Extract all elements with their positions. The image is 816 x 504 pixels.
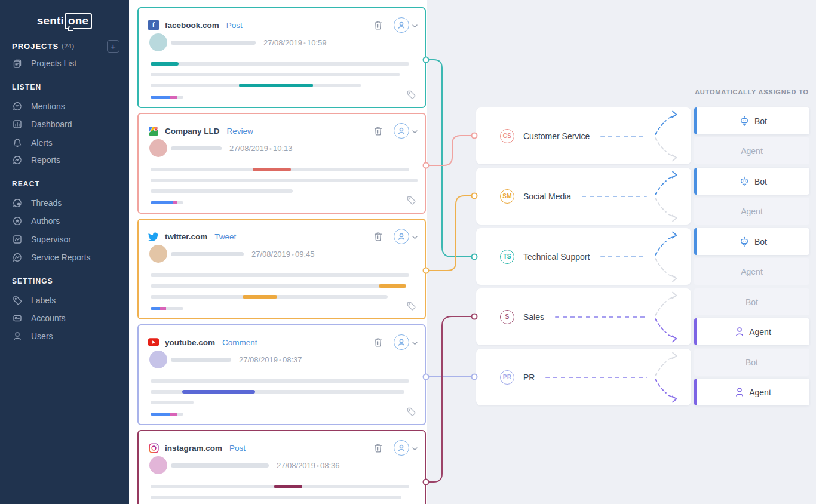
- mention-card-twitter: twitter.com Tweet 27/08/2019•09:45: [137, 219, 426, 319]
- assign-user-icon[interactable]: [394, 440, 409, 456]
- assignment-option-bot[interactable]: Bot: [694, 228, 809, 255]
- sidebar-item-dashboard[interactable]: Dashboard: [0, 117, 129, 131]
- add-project-button[interactable]: +: [107, 40, 119, 53]
- option-label: Bot: [746, 358, 758, 367]
- sentiment-bar: [151, 201, 183, 204]
- assignment-option-bot[interactable]: Bot: [694, 168, 809, 195]
- assignment-option-agent[interactable]: Agent: [694, 318, 809, 345]
- chevron-down-icon[interactable]: [412, 125, 418, 136]
- sidebar-item-label: Accounts: [31, 314, 66, 323]
- source-name: Company LLD: [165, 127, 220, 136]
- google-maps-icon: [148, 125, 159, 136]
- text-placeholder: [151, 62, 409, 66]
- assignment-option-bot[interactable]: Bot: [694, 107, 809, 134]
- trash-icon[interactable]: [373, 126, 383, 136]
- sidebar-item-label: Labels: [31, 296, 56, 305]
- sidebar-item-mentions[interactable]: Mentions: [0, 99, 129, 113]
- category-card-technical-support[interactable]: TS Technical Support: [476, 228, 691, 285]
- mention-timestamp: 27/08/2019•09:45: [251, 250, 314, 259]
- assigned-to-header: AUTOMATICALLY ASSIGNED TO: [694, 88, 809, 96]
- sidebar-item-alerts[interactable]: Alerts: [0, 136, 129, 150]
- projects-label: PROJECTS: [12, 42, 59, 51]
- mention-card-instagram: instagram.com Post 27/08/2019•08:36: [137, 430, 426, 504]
- sidebar-item-accounts[interactable]: Accounts: [0, 311, 129, 325]
- author-placeholder: [171, 41, 256, 45]
- category-card-pr[interactable]: PR PR: [476, 349, 691, 405]
- routing-dashed-line: [555, 316, 647, 318]
- option-label: Agent: [749, 327, 771, 337]
- agent-icon: [735, 387, 744, 397]
- trash-icon[interactable]: [373, 20, 383, 30]
- routing-dashed-line: [582, 196, 647, 197]
- text-placeholder: [151, 284, 406, 288]
- trash-icon[interactable]: [373, 337, 383, 348]
- facebook-icon: f: [148, 20, 159, 30]
- text-placeholder: [151, 295, 388, 299]
- sidebar-item-supervisor[interactable]: Supervisor: [0, 232, 129, 247]
- assign-user-icon[interactable]: [394, 123, 409, 139]
- sidebar-item-reports[interactable]: Reports: [0, 153, 129, 167]
- tag-icon[interactable]: [406, 195, 416, 208]
- mentions-icon: [12, 101, 23, 112]
- tag-icon[interactable]: [406, 407, 416, 419]
- sentiment-bar: [151, 307, 183, 310]
- sidebar-item-threads[interactable]: Threads: [0, 196, 129, 210]
- assignment-option-bot[interactable]: Bot: [694, 349, 809, 376]
- authors-icon: [12, 216, 23, 226]
- chevron-down-icon[interactable]: [412, 337, 418, 348]
- mention-timestamp: 27/08/2019•10:59: [263, 38, 326, 47]
- assign-user-icon[interactable]: [394, 334, 409, 350]
- sidebar-item-authors[interactable]: Authors: [0, 214, 129, 228]
- sidebar-item-service-reports[interactable]: Service Reports: [0, 250, 129, 265]
- trash-icon[interactable]: [373, 232, 383, 242]
- projects-list-icon: [12, 58, 23, 69]
- tag-icon[interactable]: [406, 90, 416, 102]
- sidebar-item-label: Users: [31, 331, 53, 341]
- sidebar-item-users[interactable]: Users: [0, 329, 129, 343]
- avatar: [149, 139, 167, 157]
- category-badge: PR: [500, 370, 514, 385]
- sidebar-item-label: Supervisor: [31, 235, 71, 244]
- avatar: [149, 33, 167, 51]
- chevron-down-icon[interactable]: [412, 20, 418, 30]
- sentione-logo: sentione: [0, 13, 129, 29]
- mention-card-youtube: youtube.com Comment 27/08/2019•08:37: [137, 324, 426, 425]
- assignment-option-agent[interactable]: Agent: [694, 258, 809, 285]
- mention-type-link[interactable]: Post: [226, 21, 243, 30]
- mention-type-link[interactable]: Tweet: [214, 232, 236, 241]
- chevron-down-icon[interactable]: [412, 442, 418, 453]
- sidebar: sentione PROJECTS (24) + Projects List L…: [0, 0, 129, 504]
- tag-icon[interactable]: [406, 301, 416, 314]
- sidebar-item-label: Dashboard: [31, 119, 72, 129]
- assignment-option-agent[interactable]: Agent: [694, 137, 809, 164]
- sidebar-item-labels[interactable]: Labels: [0, 293, 129, 308]
- mention-timestamp: 27/08/2019•08:37: [239, 355, 302, 364]
- category-label: Sales: [523, 312, 544, 322]
- sidebar-item-label: Service Reports: [31, 253, 91, 262]
- option-label: Bot: [754, 237, 767, 247]
- category-card-social-media[interactable]: SM Social Media: [476, 168, 691, 225]
- category-card-sales[interactable]: S Sales: [476, 288, 691, 345]
- assign-user-icon[interactable]: [394, 229, 409, 244]
- trash-icon[interactable]: [373, 443, 383, 453]
- mention-type-link[interactable]: Comment: [222, 338, 257, 347]
- mention-type-link[interactable]: Review: [227, 127, 253, 136]
- sidebar-item-label: Alerts: [31, 138, 53, 147]
- assignment-option-agent[interactable]: Agent: [694, 198, 809, 225]
- option-label: Bot: [746, 297, 758, 307]
- text-placeholder: [151, 179, 418, 182]
- sentiment-bar: [151, 413, 183, 416]
- assignment-option-agent[interactable]: Agent: [694, 379, 809, 405]
- assign-user-icon[interactable]: [394, 17, 409, 33]
- category-label: PR: [523, 373, 535, 382]
- mention-type-link[interactable]: Post: [229, 444, 246, 453]
- sidebar-item-projects-list[interactable]: Projects List: [0, 56, 129, 70]
- supervisor-icon: [12, 234, 23, 245]
- author-placeholder: [171, 358, 231, 362]
- category-card-customer-service[interactable]: CS Customer Service: [476, 107, 691, 164]
- chevron-down-icon[interactable]: [412, 231, 418, 242]
- dashboard-icon: [12, 119, 23, 130]
- sidebar-item-label: Threads: [31, 198, 62, 208]
- author-placeholder: [171, 463, 269, 468]
- assignment-option-bot[interactable]: Bot: [694, 288, 809, 315]
